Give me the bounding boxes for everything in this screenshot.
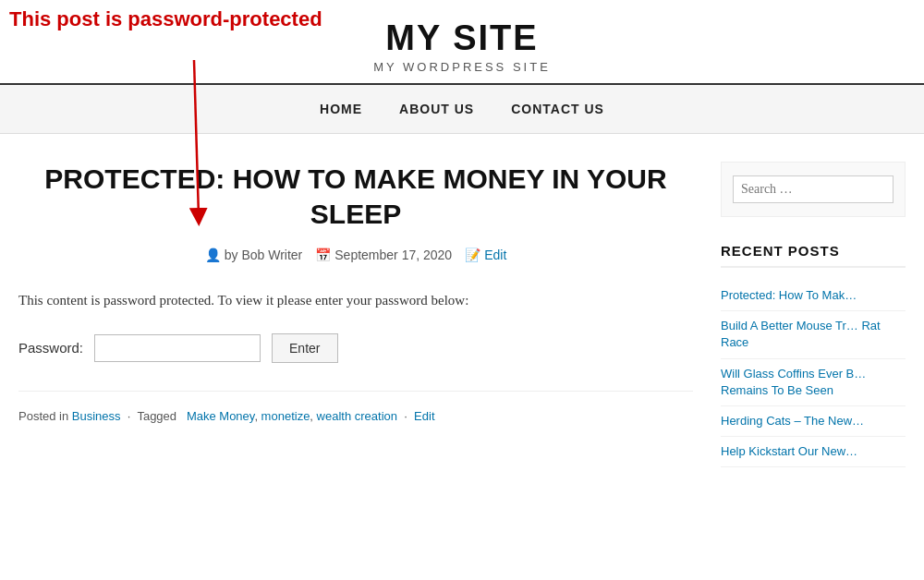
main-nav: HOME ABOUT US CONTACT US [0, 85, 924, 134]
post-date: September 17, 2020 [334, 248, 452, 262]
recent-post-item[interactable]: Protected: How To Mak… [721, 281, 906, 311]
site-subtitle: MY WORDPRESS SITE [373, 60, 551, 74]
calendar-icon: 📅 [315, 248, 331, 262]
person-icon: 👤 [205, 248, 221, 262]
post-edit-label: Edit [484, 248, 506, 262]
search-input[interactable] [741, 182, 885, 197]
posted-in-label: Posted in [18, 409, 68, 423]
nav-contact[interactable]: CONTACT US [511, 102, 604, 116]
sidebar: RECENT POSTS Protected: How To Mak… Buil… [721, 162, 906, 467]
post-footer: Posted in Business · Tagged Make Money, … [18, 391, 693, 427]
password-input[interactable] [94, 334, 261, 362]
category-link[interactable]: Business [72, 409, 121, 423]
edit-icon: 📝 [465, 248, 480, 262]
search-widget [721, 162, 906, 217]
recent-posts-title: RECENT POSTS [721, 243, 906, 268]
tag-make-money[interactable]: Make Money [187, 409, 254, 423]
recent-post-item[interactable]: Build A Better Mouse Tr… Rat Race [721, 311, 906, 358]
recent-posts-widget: RECENT POSTS Protected: How To Mak… Buil… [721, 243, 906, 467]
post-edit-link[interactable]: 📝 Edit [465, 248, 506, 262]
password-notice: This content is password protected. To v… [18, 290, 693, 311]
main-layout: PROTECTED: HOW TO MAKE MONEY IN YOUR SLE… [0, 134, 924, 495]
annotation-text: This post is password-protected [9, 7, 322, 31]
post-meta: 👤 by Bob Writer 📅 September 17, 2020 📝 E… [18, 248, 693, 262]
recent-post-item[interactable]: Help Kickstart Our New… [721, 437, 906, 467]
nav-about[interactable]: ABOUT US [399, 102, 474, 116]
post-title: PROTECTED: HOW TO MAKE MONEY IN YOUR SLE… [18, 162, 693, 231]
search-input-wrap [733, 175, 894, 203]
password-form: Password: Enter [18, 333, 693, 363]
enter-button[interactable]: Enter [272, 333, 337, 363]
site-title: MY SITE [373, 18, 551, 58]
post-date-meta: 📅 September 17, 2020 [315, 248, 452, 262]
nav-home[interactable]: HOME [320, 102, 362, 116]
post-author: by Bob Writer [225, 248, 303, 262]
recent-post-item[interactable]: Herding Cats – The New… [721, 406, 906, 437]
password-label: Password: [18, 340, 83, 356]
recent-post-item[interactable]: Will Glass Coffins Ever B… Remains To Be… [721, 359, 906, 406]
footer-edit-link[interactable]: Edit [414, 409, 434, 423]
tag-monetize[interactable]: monetize [261, 409, 310, 423]
post-author-meta: 👤 by Bob Writer [205, 248, 303, 262]
content-area: PROTECTED: HOW TO MAKE MONEY IN YOUR SLE… [18, 162, 693, 467]
tagged-label: Tagged [137, 409, 176, 423]
tag-wealth-creation[interactable]: wealth creation [317, 409, 397, 423]
